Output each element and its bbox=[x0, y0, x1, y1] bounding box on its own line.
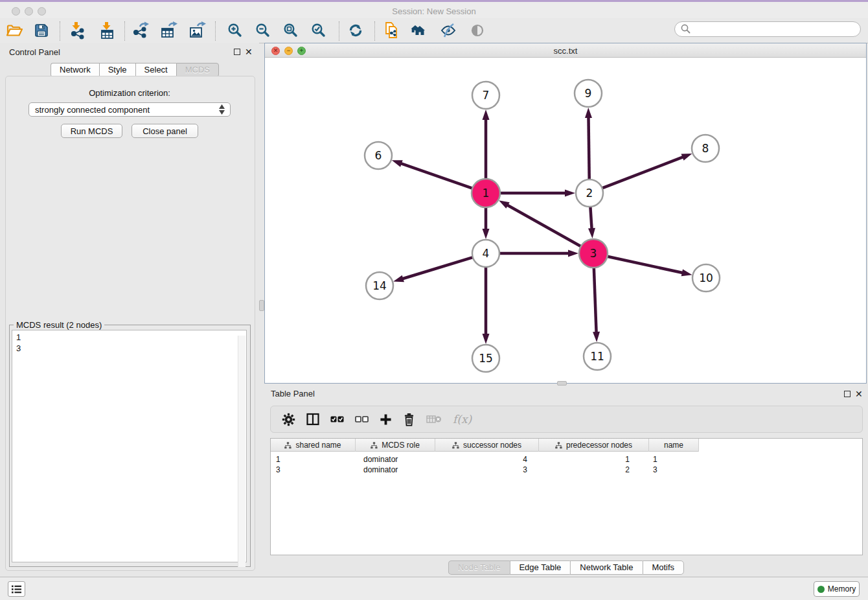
float-panel-icon[interactable] bbox=[234, 49, 240, 55]
column-header-name[interactable]: name bbox=[649, 439, 699, 452]
mcds-result-textarea[interactable]: 1 3 bbox=[12, 330, 247, 562]
graph-node-label: 7 bbox=[483, 89, 490, 102]
column-label: successor nodes bbox=[463, 441, 521, 450]
tab-motifs[interactable]: Motifs bbox=[642, 560, 684, 575]
tab-node-table[interactable]: Node Table bbox=[448, 560, 510, 575]
table-panel-title: Table Panel bbox=[271, 389, 315, 398]
export-table-button[interactable] bbox=[158, 20, 180, 41]
function-builder-button[interactable]: f(x) bbox=[453, 413, 472, 426]
zoom-selected-button[interactable] bbox=[308, 20, 330, 41]
cell-mcds-role: dominator bbox=[356, 465, 435, 475]
cell-shared-name: 3 bbox=[271, 465, 356, 475]
vertical-split-handle[interactable] bbox=[259, 300, 264, 311]
tab-network-table[interactable]: Network Table bbox=[570, 560, 642, 575]
graph-node-11[interactable]: 11 bbox=[584, 343, 611, 370]
graph-node-9[interactable]: 9 bbox=[575, 80, 602, 107]
horizontal-split-handle[interactable] bbox=[557, 381, 567, 386]
column-header-predecessor-nodes[interactable]: predecessor nodes bbox=[539, 439, 649, 452]
network-window-titlebar[interactable]: ✕ − + scc.txt bbox=[265, 43, 866, 58]
graph-node-label: 6 bbox=[375, 149, 382, 162]
graph-node-1[interactable]: 1 bbox=[472, 179, 500, 207]
zoom-fit-button[interactable] bbox=[280, 20, 302, 41]
graph-node-2[interactable]: 2 bbox=[576, 179, 603, 207]
graph-edge-2-3[interactable] bbox=[590, 207, 591, 229]
node-table: shared name MCDS role successor nodes pr… bbox=[270, 438, 863, 555]
unselect-all-button[interactable] bbox=[355, 414, 369, 424]
criterion-select[interactable]: strongly connected component bbox=[29, 102, 231, 117]
graph-edge-3-11[interactable] bbox=[594, 268, 597, 333]
graph-node-8[interactable]: 8 bbox=[692, 135, 719, 162]
toggle-details-button[interactable] bbox=[466, 20, 488, 41]
create-column-button[interactable] bbox=[380, 413, 392, 426]
refresh-icon bbox=[347, 22, 364, 39]
delete-column-button[interactable] bbox=[403, 413, 415, 426]
column-header-successor-nodes[interactable]: successor nodes bbox=[435, 439, 539, 452]
graph-edge-2-8[interactable] bbox=[602, 157, 684, 188]
graph-node-15[interactable]: 15 bbox=[472, 345, 499, 372]
close-panel-icon[interactable]: ✕ bbox=[245, 49, 253, 55]
graph-node-3[interactable]: 3 bbox=[579, 239, 608, 268]
graph-node-label: 1 bbox=[483, 187, 490, 200]
delete-table-icon bbox=[426, 414, 442, 424]
tab-edge-table[interactable]: Edge Table bbox=[509, 560, 570, 575]
graph-node-label: 10 bbox=[699, 271, 713, 284]
memory-label: Memory bbox=[828, 584, 856, 594]
tab-style[interactable]: Style bbox=[99, 63, 135, 77]
refresh-button[interactable] bbox=[345, 20, 367, 41]
memory-button[interactable]: Memory bbox=[814, 581, 860, 597]
zoom-out-button[interactable] bbox=[252, 20, 274, 41]
network-canvas[interactable]: 1234678910111415 bbox=[265, 58, 866, 384]
export-image-button[interactable] bbox=[187, 20, 209, 41]
graph-node-6[interactable]: 6 bbox=[365, 142, 392, 169]
graph-edge-2-9[interactable] bbox=[588, 117, 589, 179]
tab-mcds[interactable]: MCDS bbox=[176, 63, 219, 77]
save-session-button[interactable] bbox=[30, 20, 52, 41]
eye-half-icon bbox=[470, 23, 485, 38]
hide-graphics-details-button[interactable] bbox=[437, 20, 459, 41]
cell-name: 1 bbox=[649, 454, 699, 465]
column-header-mcds-role[interactable]: MCDS role bbox=[356, 439, 435, 452]
tab-network[interactable]: Network bbox=[51, 63, 99, 77]
memory-status-icon bbox=[817, 586, 825, 593]
result-scrollbar[interactable] bbox=[238, 336, 246, 567]
toolbar-separator bbox=[374, 21, 375, 41]
search-input[interactable] bbox=[674, 21, 861, 37]
network-overview-button[interactable] bbox=[409, 20, 431, 41]
tab-select[interactable]: Select bbox=[135, 63, 176, 77]
graph-edge-arrow-1-4 bbox=[483, 229, 490, 239]
graph-node-4[interactable]: 4 bbox=[472, 240, 499, 267]
cell-mcds-role: dominator bbox=[356, 454, 435, 465]
close-panel-button[interactable]: Close panel bbox=[131, 124, 198, 138]
graph-edge-arrow-1-6 bbox=[392, 160, 403, 167]
export-network-button[interactable] bbox=[130, 20, 152, 41]
graph-edge-arrow-1-2 bbox=[565, 190, 575, 197]
graph-edge-arrow-3-1 bbox=[499, 200, 510, 209]
open-session-button[interactable] bbox=[3, 20, 25, 41]
graph-edge-1-6[interactable] bbox=[400, 163, 472, 189]
delete-table-button[interactable] bbox=[426, 414, 442, 424]
import-network-button[interactable] bbox=[65, 20, 87, 41]
column-header-shared-name[interactable]: shared name bbox=[271, 439, 356, 452]
graph-edge-3-1[interactable] bbox=[507, 205, 581, 246]
graph-node-7[interactable]: 7 bbox=[472, 82, 499, 109]
close-table-panel-icon[interactable]: ✕ bbox=[855, 391, 863, 397]
task-history-button[interactable] bbox=[8, 581, 25, 597]
float-table-panel-icon[interactable] bbox=[844, 391, 851, 397]
select-all-button[interactable] bbox=[330, 414, 344, 424]
cell-successor-nodes: 3 bbox=[435, 465, 539, 475]
import-table-button[interactable] bbox=[96, 20, 118, 41]
graph-node-10[interactable]: 10 bbox=[692, 264, 720, 292]
column-tree-icon bbox=[452, 442, 459, 449]
run-mcds-button[interactable]: Run MCDS bbox=[61, 124, 122, 138]
zoom-in-button[interactable] bbox=[224, 20, 246, 41]
duplicate-network-button[interactable] bbox=[381, 20, 403, 41]
show-columns-button[interactable] bbox=[306, 413, 319, 426]
select-stepper-icon bbox=[219, 104, 225, 115]
graph-node-label: 9 bbox=[585, 87, 592, 100]
graph-edge-3-10[interactable] bbox=[607, 257, 683, 273]
mcds-result-title: MCDS result (2 nodes) bbox=[14, 320, 104, 330]
graph-edge-4-14[interactable] bbox=[402, 257, 472, 279]
table-settings-button[interactable] bbox=[282, 413, 295, 426]
graph-node-14[interactable]: 14 bbox=[366, 272, 393, 299]
table-toolbar: f(x) bbox=[270, 406, 863, 433]
